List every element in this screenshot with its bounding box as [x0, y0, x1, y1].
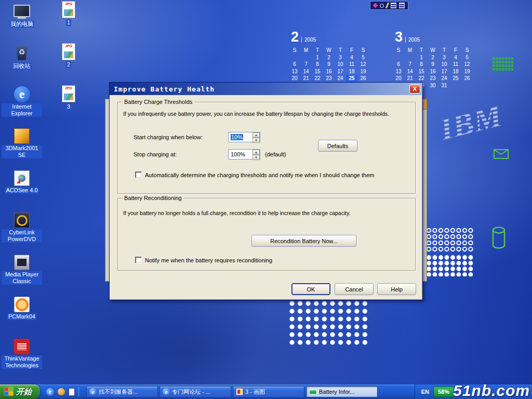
calendar-day: 25	[450, 75, 461, 82]
calendar-day: 16	[427, 68, 438, 75]
battery-indicator[interactable]: 58%	[433, 387, 454, 397]
checkbox-icon[interactable]	[135, 257, 142, 263]
calendar-day: 4	[346, 54, 357, 61]
calendar-day: 16	[323, 68, 335, 75]
desktop-icon-computer[interactable]: 我的电脑	[1, 2, 43, 44]
wallpaper-dots-pattern	[289, 301, 370, 347]
quicklaunch-separator	[78, 387, 79, 396]
calendar-day: 20	[289, 75, 300, 82]
start-charging-spinner[interactable]: 10% ▲ ▼	[228, 132, 260, 142]
calendar-day-header: T	[312, 47, 323, 54]
notify-reconditioning-checkbox-label: Notify me when the battery requires reco…	[145, 257, 272, 263]
mark3d-icon	[14, 128, 30, 144]
taskbar-task-4[interactable]: Battery Infor...	[306, 386, 378, 397]
desktop-icon-acdsee[interactable]: ACDSee 4.0	[1, 170, 43, 212]
desktop-icon-ie[interactable]: eInternet Explorer	[1, 86, 43, 128]
improve-battery-health-dialog: Improve Battery Health X Battery Charge …	[109, 82, 423, 300]
defaults-button[interactable]: Defaults	[318, 140, 357, 152]
calendar-day	[393, 54, 404, 61]
calendar-day: 11	[450, 61, 461, 68]
desktop-icon-label: 我的电脑	[9, 21, 34, 28]
taskbar-task-2[interactable]: e专门网论坛 - ...	[159, 386, 231, 397]
calendar-day	[450, 82, 461, 89]
desktop-icon-thinkvantage[interactable]: ThinkVantage Technologies	[1, 339, 43, 381]
start-charging-field[interactable]: 10%	[229, 132, 252, 142]
calendar-day-header: S	[461, 47, 473, 54]
dialog-title: Improve Battery Health	[114, 85, 409, 93]
ibm-logo: IBM	[433, 91, 520, 157]
calendar-day-header: S	[289, 47, 300, 54]
recondition-battery-button[interactable]: Recondition Battery Now...	[251, 235, 356, 247]
desktop-icon-jpg[interactable]: JPG1	[48, 1, 89, 43]
calendar-day: 12	[357, 61, 369, 68]
calendar-year: 2005	[301, 37, 316, 43]
spin-down-icon[interactable]: ▼	[252, 138, 260, 143]
ok-button[interactable]: OK	[291, 283, 330, 295]
calendar-day: 26	[461, 75, 473, 82]
taskbar-task-3[interactable]: 3 - 画图	[233, 386, 304, 397]
calendar-day: 13	[393, 68, 404, 75]
spin-up-icon[interactable]: ▲	[252, 150, 260, 155]
calendar-day: 15	[312, 68, 323, 75]
desktop-icon-label: 回收站	[12, 63, 32, 70]
desktop-icon-pcmark[interactable]: PCMark04	[1, 297, 43, 339]
status-icon-diamond[interactable]	[373, 3, 378, 8]
language-indicator[interactable]: EN	[421, 389, 429, 395]
group-legend-thresholds: Battery Charge Thresholds	[122, 99, 194, 105]
dialog-titlebar[interactable]: Improve Battery Health X	[110, 83, 422, 95]
auto-determine-checkbox-label: Automatically determine the charging thr…	[145, 172, 374, 178]
stop-charging-field[interactable]: 100%	[229, 150, 252, 159]
calendar-day: 22	[416, 75, 427, 82]
calendar-day-header: F	[450, 47, 461, 54]
start-button[interactable]: 开始	[0, 384, 40, 399]
calendar-day: 24	[335, 75, 346, 82]
calendar-day: 6	[289, 61, 300, 68]
status-icon-circle[interactable]	[380, 4, 384, 8]
taskbar: 开始 e e找不到服务器...e专门网论坛 - ...3 - 画图Battery…	[0, 384, 532, 399]
calendar-day: 6	[393, 61, 404, 68]
notify-reconditioning-checkbox[interactable]: Notify me when the battery requires reco…	[135, 257, 272, 263]
pcmark-icon	[14, 297, 30, 312]
taskbar-task-1[interactable]: e找不到服务器...	[86, 386, 158, 397]
spin-up-icon[interactable]: ▲	[252, 132, 260, 138]
page-quicklaunch-icon[interactable]	[69, 388, 75, 396]
media-quicklaunch-icon[interactable]	[58, 388, 65, 395]
calendar-day: 20	[393, 75, 404, 82]
task-label: Battery Infor...	[319, 389, 354, 395]
task-label: 找不到服务器...	[99, 388, 138, 396]
calendar-day: 5	[461, 54, 473, 61]
calendar-day: 10	[335, 61, 346, 68]
calendar-day: 11	[346, 61, 357, 68]
status-icon-grid-1[interactable]	[391, 3, 396, 8]
calendar-day: 18	[346, 68, 357, 75]
ie-quicklaunch-icon[interactable]: e	[46, 388, 54, 396]
calendar-day-header: T	[416, 47, 427, 54]
desktop-icons-files: JPG1JPG2JPG3	[48, 1, 89, 127]
desktop-icon-mark3d[interactable]: 3DMark2001 SE	[1, 128, 43, 170]
cancel-button[interactable]: Cancel	[335, 283, 374, 295]
calendar-day: 8	[416, 61, 427, 68]
start-label: 开始	[16, 387, 32, 397]
recycle-icon: ♻	[13, 44, 31, 62]
calendar-day: 3	[438, 54, 450, 61]
desktop-icon-jpg[interactable]: JPG3	[48, 85, 89, 127]
status-icon-power[interactable]	[385, 3, 389, 8]
calendar-day: 12	[461, 61, 473, 68]
ie-icon: e	[163, 388, 170, 395]
status-icon-grid-2[interactable]	[399, 3, 405, 8]
desktop-icon-powerdvd[interactable]: CyberLink PowerDVD	[1, 212, 43, 255]
desktop-icon-mpc[interactable]: Media Player Classic	[1, 255, 43, 297]
spin-down-icon[interactable]: ▼	[252, 155, 260, 160]
stop-charging-spinner[interactable]: 100% ▲ ▼	[228, 149, 260, 159]
svg-text:IBM: IBM	[435, 97, 506, 147]
checkbox-icon[interactable]	[135, 171, 142, 178]
calendar-day: 2	[323, 54, 335, 61]
calendar-day: 23	[323, 75, 335, 82]
calendar-day: 24	[438, 75, 450, 82]
calendar-day: 19	[461, 68, 473, 75]
desktop-icon-recycle[interactable]: ♻回收站	[1, 44, 43, 86]
close-icon[interactable]: X	[409, 84, 420, 94]
desktop-icon-jpg[interactable]: JPG2	[48, 43, 89, 85]
help-button[interactable]: Help	[377, 283, 416, 295]
auto-determine-checkbox[interactable]: Automatically determine the charging thr…	[135, 171, 374, 178]
